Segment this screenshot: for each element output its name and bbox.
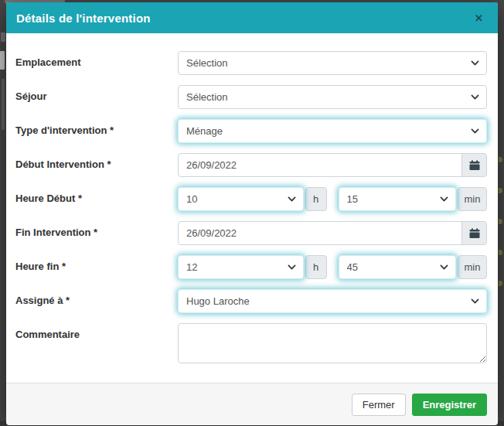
heure-fin-minute-select[interactable]: 45 [339,255,457,279]
heure-fin-label: Heure fin * [15,255,178,279]
calendar-icon[interactable] [461,153,487,177]
sejour-select[interactable]: Sélection [178,85,487,109]
backdrop-artifact [499,281,502,286]
form-row-type-intervention: Type d'intervention * Ménage [15,119,487,143]
form-row-debut-intervention: Début Intervention * [15,153,487,177]
fin-intervention-label: Fin Intervention * [15,221,178,245]
form-row-fin-intervention: Fin Intervention * [15,221,487,245]
heure-debut-hour-select[interactable]: 10 [178,187,304,211]
form-row-emplacement: Emplacement Sélection [15,51,487,75]
hour-unit-label: h [305,187,327,211]
type-intervention-select[interactable]: Ménage [178,119,487,143]
close-button[interactable]: Fermer [352,394,406,416]
emplacement-label: Emplacement [15,51,178,75]
form-row-assigne-a: Assigné à * Hugo Laroche [15,289,487,313]
heure-fin-hour-select[interactable]: 12 [178,255,304,279]
commentaire-textarea[interactable] [178,323,487,363]
sejour-label: Séjour [15,85,178,109]
commentaire-label: Commentaire [15,323,178,366]
heure-debut-minute-select[interactable]: 15 [339,187,457,211]
modal-title: Détails de l'intervention [16,12,151,25]
fin-intervention-date-input[interactable] [178,221,462,245]
type-intervention-label: Type d'intervention * [15,119,178,143]
backdrop-artifact [1,32,5,42]
heure-debut-label: Heure Début * [15,187,178,211]
backdrop-artifact [2,79,5,130]
backdrop-artifact [499,250,502,255]
close-icon[interactable]: ✕ [472,12,485,25]
backdrop-artifact [499,157,502,162]
intervention-details-modal: Détails de l'intervention ✕ Emplacement … [6,2,498,418]
debut-intervention-label: Début Intervention * [15,153,178,177]
form-row-commentaire: Commentaire [15,323,487,366]
minute-unit-label: min [458,187,487,211]
emplacement-select[interactable]: Sélection [178,51,487,75]
assigne-a-label: Assigné à * [15,289,178,313]
assigne-a-select[interactable]: Hugo Laroche [178,289,487,313]
backdrop-artifact [499,219,502,224]
modal-body: Emplacement Sélection Séjour Sélection T… [6,33,498,383]
backdrop-artifact [499,188,502,193]
modal-footer: Fermer Enregistrer [6,383,498,425]
debut-intervention-date-input[interactable] [178,153,462,177]
hour-unit-label: h [305,255,327,279]
save-button[interactable]: Enregistrer [412,394,487,416]
minute-unit-label: min [458,255,487,279]
form-row-heure-fin: Heure fin * 12 h 45 [15,255,487,279]
form-row-sejour: Séjour Sélection [15,85,487,109]
backdrop-artifact [0,51,5,70]
form-row-heure-debut: Heure Début * 10 h 15 [15,187,487,211]
calendar-icon[interactable] [461,221,487,245]
modal-header: Détails de l'intervention ✕ [6,2,498,33]
